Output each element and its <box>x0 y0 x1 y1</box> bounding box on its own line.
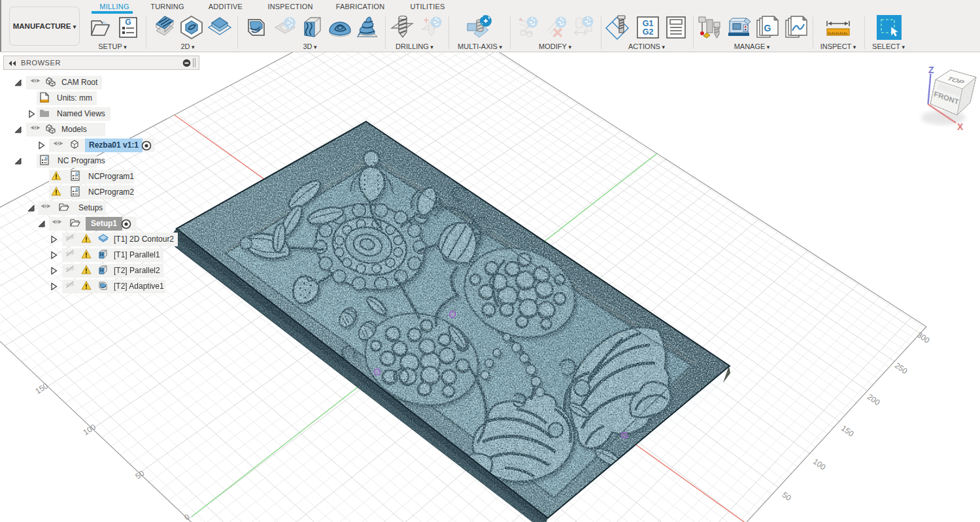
svg-text:100: 100 <box>82 422 98 437</box>
svg-text:200: 200 <box>866 392 882 407</box>
svg-text:G1: G1 <box>643 19 654 28</box>
svg-text:G: G <box>764 23 771 33</box>
svg-text:G: G <box>125 18 131 27</box>
svg-text:G: G <box>75 172 78 176</box>
svg-text:Z: Z <box>928 65 934 75</box>
svg-text:0: 0 <box>182 512 191 522</box>
svg-text:100: 100 <box>811 457 828 472</box>
svg-text:G: G <box>44 156 48 160</box>
svg-text:250: 250 <box>893 361 909 376</box>
svg-text:50: 50 <box>133 468 146 481</box>
svg-text:150: 150 <box>839 423 856 438</box>
svg-text:G: G <box>75 188 78 191</box>
svg-text:X: X <box>957 122 964 132</box>
svg-text:300: 300 <box>915 330 932 345</box>
svg-text:50: 50 <box>781 490 793 502</box>
svg-text:150: 150 <box>34 381 50 396</box>
svg-text:G2: G2 <box>643 27 654 37</box>
